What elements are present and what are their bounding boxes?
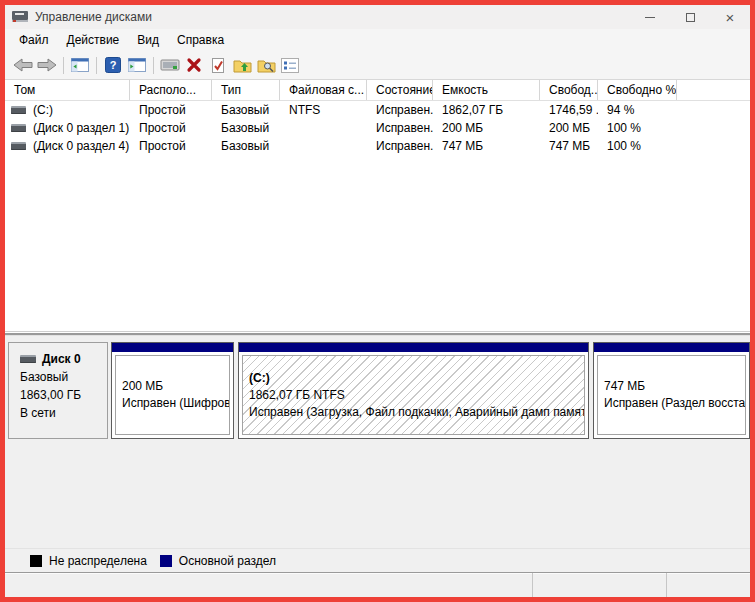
cell-status: Исправен... (367, 121, 433, 135)
menu-item-action[interactable]: Действие (58, 31, 129, 49)
partition-1-line: 200 МБ (122, 378, 229, 395)
window-controls: × (630, 5, 750, 29)
svg-text:?: ? (110, 59, 117, 71)
close-icon: × (726, 10, 735, 25)
toolbar-separator (63, 57, 64, 74)
legend-item-unallocated: Не распределена (30, 554, 147, 568)
status-bar (5, 572, 750, 597)
maximize-icon (686, 13, 695, 22)
partition-1-line: Исправен (Шифрова (122, 395, 229, 412)
disk-management-window: Управление дисками × ФайлДействиеВидСпра… (0, 0, 755, 602)
partition-1-label: 200 МБИсправен (Шифрова (115, 355, 230, 435)
cell-capacity: 200 МБ (433, 121, 540, 135)
cell-free-percent: 94 % (598, 103, 677, 117)
toolbar-separator (153, 57, 154, 74)
folder-up-icon[interactable] (230, 54, 254, 76)
volumes-table-body: (C:)ПростойБазовыйNTFSИсправен...1862,07… (5, 101, 750, 331)
menu-item-view[interactable]: Вид (128, 31, 168, 49)
display-icon[interactable] (158, 54, 182, 76)
partition-c-label: (C:)1862,07 ГБ NTFSИсправен (Загрузка, Ф… (242, 355, 585, 435)
toolbar: ? (5, 51, 750, 80)
delete-icon[interactable] (182, 54, 206, 76)
disk-info-panel[interactable]: Диск 0 Базовый 1863,00 ГБ В сети (8, 342, 108, 439)
partition-c-line: 1862,07 ГБ NTFS (249, 387, 584, 404)
cell-layout: Простой (130, 139, 212, 153)
cell-type: Базовый (212, 139, 280, 153)
column-header-spacer (677, 80, 750, 100)
disk-status: В сети (20, 404, 107, 422)
volume-row[interactable]: (C:)ПростойБазовыйNTFSИсправен...1862,07… (5, 101, 750, 119)
window-title: Управление дисками (35, 10, 152, 24)
disk-row: Диск 0 Базовый 1863,00 ГБ В сети 200 МБИ… (8, 342, 750, 439)
partition-1-color-bar (112, 343, 233, 352)
volume-icon (11, 142, 26, 150)
partition-c[interactable]: (C:)1862,07 ГБ NTFSИсправен (Загрузка, Ф… (238, 342, 589, 439)
partition-4-color-bar (594, 343, 749, 352)
maximize-button[interactable] (670, 5, 710, 29)
cell-filesystem: NTFS (280, 103, 367, 117)
cell-free: 747 МБ (540, 139, 598, 153)
cell-type: Базовый (212, 121, 280, 135)
action-pane-icon[interactable] (125, 54, 149, 76)
partition-4-line: Исправен (Раздел восстано (604, 395, 745, 412)
partition-c-line: Исправен (Загрузка, Файл подкачки, Авари… (249, 404, 584, 421)
partition-c-name: (C:) (249, 370, 584, 387)
partition-4-line: 747 МБ (604, 378, 745, 395)
status-section (667, 573, 750, 597)
volume-row[interactable]: (Диск 0 раздел 4)ПростойБазовыйИсправен.… (5, 137, 750, 155)
partition-4-label: 747 МБИсправен (Раздел восстано (597, 355, 746, 435)
forward-icon[interactable] (35, 54, 59, 76)
cell-capacity: 747 МБ (433, 139, 540, 153)
disk-title: Диск 0 (20, 350, 107, 368)
partition-strip: 200 МБИсправен (Шифрова(C:)1862,07 ГБ NT… (111, 342, 750, 439)
column-header-free-percent[interactable]: Свободно % (598, 80, 677, 100)
title-bar: Управление дисками × (5, 5, 750, 29)
volume-icon (11, 106, 26, 114)
column-header-capacity[interactable]: Емкость (433, 80, 540, 100)
cell-volume: (C:) (5, 103, 130, 117)
app-icon (12, 9, 28, 26)
console-tree-icon[interactable] (68, 54, 92, 76)
check-document-icon[interactable] (206, 54, 230, 76)
cell-volume: (Диск 0 раздел 4) (5, 139, 130, 153)
column-header-status[interactable]: Состояние (367, 80, 433, 100)
column-header-free[interactable]: Свобод... (540, 80, 598, 100)
cell-layout: Простой (130, 121, 212, 135)
legend-bar: Не распределенаОсновной раздел (5, 548, 750, 572)
cell-free-percent: 100 % (598, 139, 677, 153)
cell-status: Исправен... (367, 103, 433, 117)
column-header-volume[interactable]: Том (5, 80, 130, 100)
cell-free: 1746,59 ... (540, 103, 598, 117)
partition-4[interactable]: 747 МБИсправен (Раздел восстано (593, 342, 750, 439)
cell-capacity: 1862,07 ГБ (433, 103, 540, 117)
cell-type: Базовый (212, 103, 280, 117)
checklist-icon[interactable] (278, 54, 302, 76)
cell-layout: Простой (130, 103, 212, 117)
cell-volume: (Диск 0 раздел 1) (5, 121, 130, 135)
close-button[interactable]: × (710, 5, 750, 29)
help-icon[interactable]: ? (101, 54, 125, 76)
back-icon[interactable] (11, 54, 35, 76)
volume-icon (11, 124, 26, 132)
column-header-filesystem[interactable]: Файловая с... (280, 80, 367, 100)
disk-name: Диск 0 (42, 350, 81, 368)
status-section (5, 573, 533, 597)
toolbar-separator (96, 57, 97, 74)
volumes-table-header: ТомРасполо...ТипФайловая с...СостояниеЕм… (5, 80, 750, 101)
legend-swatch-unallocated (30, 555, 42, 567)
cell-free: 200 МБ (540, 121, 598, 135)
menu-item-help[interactable]: Справка (168, 31, 233, 49)
volume-row[interactable]: (Диск 0 раздел 1)ПростойБазовыйИсправен.… (5, 119, 750, 137)
minimize-icon (645, 17, 655, 18)
menu-item-file[interactable]: Файл (10, 31, 58, 49)
column-header-layout[interactable]: Располо... (130, 80, 212, 100)
legend-swatch-primary-partition (160, 555, 172, 567)
minimize-button[interactable] (630, 5, 670, 29)
status-section (533, 573, 667, 597)
graphical-view: Диск 0 Базовый 1863,00 ГБ В сети 200 МБИ… (5, 336, 750, 548)
menu-bar: ФайлДействиеВидСправка (5, 29, 750, 51)
folder-search-icon[interactable] (254, 54, 278, 76)
partition-1[interactable]: 200 МБИсправен (Шифрова (111, 342, 234, 439)
disk-type: Базовый (20, 368, 107, 386)
column-header-type[interactable]: Тип (212, 80, 280, 100)
